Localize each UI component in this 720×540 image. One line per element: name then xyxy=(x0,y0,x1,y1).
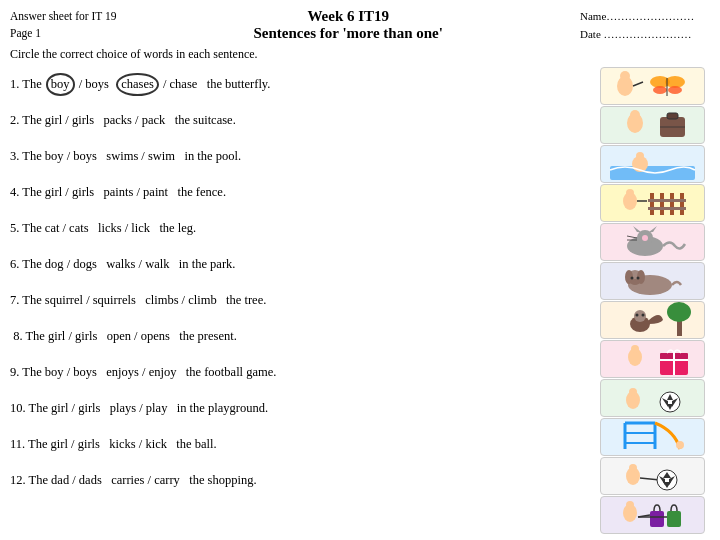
svg-point-4 xyxy=(653,86,667,94)
sentence-row: 8. The girl / girls open / opens the pre… xyxy=(10,319,590,353)
svg-rect-75 xyxy=(667,511,681,527)
image-playground xyxy=(600,418,705,456)
sentence-text: 3. The boy / boys swims / swim in the po… xyxy=(10,147,590,166)
sentence-row: 11. The girl / girls kicks / kick the ba… xyxy=(10,427,590,461)
images-column xyxy=(595,67,710,534)
header: Answer sheet for IT 19 Page 1 Week 6 IT1… xyxy=(10,8,710,43)
svg-rect-21 xyxy=(670,193,674,215)
svg-rect-11 xyxy=(667,113,678,119)
sentence-row: 2. The girl / girls packs / pack the sui… xyxy=(10,103,590,137)
svg-rect-74 xyxy=(650,511,664,527)
circled-word: boy xyxy=(46,73,75,96)
sentence-text: 10. The girl / girls plays / play in the… xyxy=(10,399,590,418)
sentence-row: 9. The boy / boys enjoys / enjoy the foo… xyxy=(10,355,590,389)
svg-point-40 xyxy=(667,302,691,322)
svg-point-38 xyxy=(637,277,640,280)
sentence-row: 7. The squirrel / squirrels climbs / cli… xyxy=(10,283,590,317)
circled-word: chases xyxy=(116,73,159,96)
sentence-text: 11. The girl / girls kicks / kick the ba… xyxy=(10,435,590,454)
subtitle: Sentences for 'more than one' xyxy=(116,25,580,42)
header-right: Name…………………… Date …………………… xyxy=(580,8,710,43)
name-field: Name…………………… xyxy=(580,8,710,26)
svg-line-2 xyxy=(633,82,643,86)
svg-rect-20 xyxy=(660,193,664,215)
svg-point-9 xyxy=(630,110,640,120)
header-left: Answer sheet for IT 19 Page 1 xyxy=(10,8,116,43)
svg-point-46 xyxy=(631,345,639,353)
svg-marker-28 xyxy=(649,226,657,232)
svg-rect-23 xyxy=(648,199,686,202)
image-dog xyxy=(600,262,705,300)
content-area: 1. The boy / boys chases / chase the but… xyxy=(10,67,710,534)
sentence-text: 6. The dog / dogs walks / walk in the pa… xyxy=(10,255,590,274)
svg-rect-19 xyxy=(650,193,654,215)
image-squirrel xyxy=(600,301,705,339)
sentence-row: 4. The girl / girls paints / paint the f… xyxy=(10,175,590,209)
svg-rect-24 xyxy=(648,207,686,210)
svg-rect-22 xyxy=(680,193,684,215)
image-suitcase xyxy=(600,106,705,144)
svg-point-73 xyxy=(626,501,634,509)
image-cat xyxy=(600,223,705,261)
svg-point-63 xyxy=(676,441,684,449)
sentence-text: 1. The boy / boys chases / chase the but… xyxy=(10,73,590,96)
image-pool xyxy=(600,145,705,183)
svg-point-17 xyxy=(626,189,634,197)
svg-point-37 xyxy=(631,277,634,280)
instruction: Circle the correct choice of words in ea… xyxy=(10,47,710,62)
date-field: Date …………………… xyxy=(580,26,710,44)
page-number: Page 1 xyxy=(10,25,116,42)
sentence-text: 5. The cat / cats licks / lick the leg. xyxy=(10,219,590,238)
sentences-list: 1. The boy / boys chases / chase the but… xyxy=(10,67,595,534)
sentence-row: 12. The dad / dads carries / carry the s… xyxy=(10,463,590,497)
image-football xyxy=(600,379,705,417)
svg-point-1 xyxy=(620,71,630,81)
svg-point-43 xyxy=(636,314,639,317)
svg-point-6 xyxy=(668,86,682,94)
sentence-row: 3. The boy / boys swims / swim in the po… xyxy=(10,139,590,173)
svg-point-29 xyxy=(642,235,648,241)
svg-line-30 xyxy=(627,236,637,238)
sentence-row: 1. The boy / boys chases / chase the but… xyxy=(10,67,590,101)
week-title: Week 6 IT19 xyxy=(116,8,580,25)
sentence-text: 9. The boy / boys enjoys / enjoy the foo… xyxy=(10,363,590,382)
image-butterfly xyxy=(600,67,705,105)
page: Answer sheet for IT 19 Page 1 Week 6 IT1… xyxy=(0,0,720,540)
image-fence xyxy=(600,184,705,222)
sentence-row: 6. The dog / dogs walks / walk in the pa… xyxy=(10,247,590,281)
sentence-text: 4. The girl / girls paints / paint the f… xyxy=(10,183,590,202)
svg-point-44 xyxy=(642,314,645,317)
header-center: Week 6 IT19 Sentences for 'more than one… xyxy=(116,8,580,42)
sentence-text: 8. The girl / girls open / opens the pre… xyxy=(10,327,590,346)
image-shopping xyxy=(600,496,705,534)
svg-point-36 xyxy=(630,279,640,285)
svg-point-42 xyxy=(634,310,646,322)
svg-point-15 xyxy=(636,152,644,160)
sentence-row: 10. The girl / girls plays / play in the… xyxy=(10,391,590,425)
answer-sheet-label: Answer sheet for IT 19 xyxy=(10,8,116,25)
svg-marker-27 xyxy=(633,226,641,232)
sentence-text: 7. The squirrel / squirrels climbs / cli… xyxy=(10,291,590,310)
sentence-text: 12. The dad / dads carries / carry the s… xyxy=(10,471,590,490)
image-ball xyxy=(600,457,705,495)
image-present xyxy=(600,340,705,378)
sentence-row: 5. The cat / cats licks / lick the leg. xyxy=(10,211,590,245)
sentence-text: 2. The girl / girls packs / pack the sui… xyxy=(10,111,590,130)
svg-point-65 xyxy=(629,464,637,472)
svg-point-52 xyxy=(629,388,637,396)
